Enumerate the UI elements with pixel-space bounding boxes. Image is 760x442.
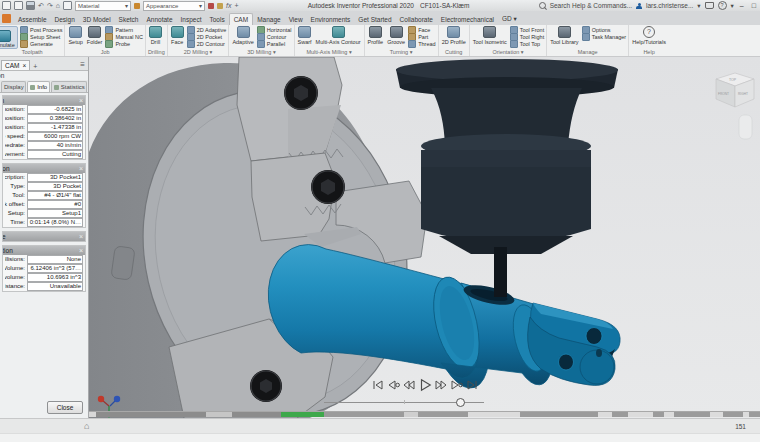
spindle-tool[interactable] — [396, 59, 618, 297]
tab-cam[interactable]: CAM — [229, 13, 253, 25]
redo-icon[interactable]: ↷ — [47, 0, 53, 11]
tab-manage[interactable]: Manage — [253, 14, 285, 25]
fx-parameters-icon[interactable]: fx — [226, 0, 231, 11]
color-icon[interactable] — [208, 3, 214, 9]
section-header-machine[interactable]: Machine× — [3, 232, 85, 241]
add-tab-button[interactable]: + — [32, 63, 38, 70]
section-header-verification[interactable]: Verification× — [3, 246, 85, 255]
help-tutorials-button[interactable]: ?Help/Tutorials — [631, 26, 667, 45]
play-button[interactable] — [418, 378, 432, 392]
skip-to-end-button[interactable] — [466, 379, 478, 391]
setup-sheet-button[interactable]: Setup Sheet — [20, 33, 62, 40]
next-operation-button[interactable] — [450, 379, 463, 391]
open-file-icon[interactable] — [14, 1, 23, 10]
tool-library-button[interactable]: Tool Library — [549, 26, 579, 45]
file-menu-button[interactable] — [2, 14, 11, 23]
pin-icon[interactable]: × — [79, 164, 83, 173]
swarf-button[interactable]: Swarf — [297, 26, 313, 45]
minimize-button[interactable]: – — [738, 2, 746, 9]
group-label-multi-axis[interactable]: Multi-Axis Milling ▾ — [297, 48, 362, 55]
tab-info[interactable]: Info — [27, 81, 50, 92]
undo-icon[interactable]: ↶ — [38, 0, 44, 11]
group-label-turning[interactable]: Turning ▾ — [367, 48, 436, 55]
pin-icon[interactable]: × — [79, 96, 83, 105]
2d-pocket-button[interactable]: 2D Pocket — [187, 33, 227, 40]
group-label-2d-milling[interactable]: 2D Milling ▾ — [170, 48, 227, 55]
probe-button[interactable]: Probe — [105, 40, 143, 47]
section-header-position[interactable]: Position× — [3, 96, 85, 105]
tool-isometric-button[interactable]: Tool Isometric — [472, 26, 508, 45]
appearance-select[interactable]: Appearance▾ — [143, 1, 205, 11]
2d-profile-button[interactable]: 2D Profile — [441, 26, 467, 45]
pin-icon[interactable]: × — [79, 246, 83, 255]
nav-bar[interactable] — [739, 115, 752, 139]
playback-slider[interactable] — [324, 398, 484, 406]
tab-get-started[interactable]: Get Started — [354, 14, 395, 25]
tab-tools[interactable]: Tools — [205, 14, 228, 25]
horizontal-button[interactable]: Horizontal — [257, 26, 292, 33]
close-icon[interactable]: × — [22, 62, 26, 69]
options-button[interactable]: Options — [582, 26, 627, 33]
close-button[interactable]: Close — [47, 401, 83, 414]
playback-slider-handle[interactable] — [456, 398, 465, 407]
groove-button[interactable]: Groove — [386, 26, 406, 45]
profile-button[interactable]: Profile — [367, 26, 385, 45]
app-store-cart-icon[interactable] — [705, 2, 714, 9]
sketch-icon[interactable] — [63, 1, 72, 10]
chevron-down-icon[interactable]: ▾ — [697, 2, 700, 10]
tab-view[interactable]: View — [285, 14, 307, 25]
tab-3d-model[interactable]: 3D Model — [79, 14, 115, 25]
tab-inspect[interactable]: Inspect — [177, 14, 206, 25]
play-reverse-button[interactable] — [403, 379, 415, 391]
chuck[interactable] — [89, 57, 439, 418]
skip-to-start-button[interactable] — [372, 379, 384, 391]
add-icon[interactable]: + — [234, 0, 238, 11]
group-label-orientation[interactable]: Orientation ▾ — [472, 48, 544, 55]
contour-button[interactable]: Contour — [257, 33, 292, 40]
menu-icon[interactable]: ≡ — [80, 60, 87, 70]
tab-assemble[interactable]: Assemble — [14, 14, 51, 25]
tab-sketch[interactable]: Sketch — [115, 14, 143, 25]
tab-annotate[interactable]: Annotate — [142, 14, 176, 25]
2d-adaptive-button[interactable]: 2D Adaptive — [187, 26, 227, 33]
viewport-3d[interactable]: TOP FRONT RIGHT — [89, 57, 760, 418]
post-process-button[interactable]: Post Process — [20, 26, 62, 33]
setup-button[interactable]: Setup — [67, 26, 83, 45]
task-manager-button[interactable]: Task Manager — [582, 33, 627, 40]
tool-front-button[interactable]: Tool Front — [510, 26, 544, 33]
group-label-3d-milling[interactable]: 3D Milling ▾ — [231, 48, 291, 55]
face-button[interactable]: Face — [170, 26, 185, 45]
adaptive-button[interactable]: Adaptive — [231, 26, 254, 45]
signed-in-user[interactable]: lars.christense... — [646, 2, 693, 9]
search-input[interactable]: Search Help & Commands... — [550, 2, 632, 9]
pattern-button[interactable]: Pattern — [105, 26, 143, 33]
tool-top-button[interactable]: Tool Top — [510, 40, 544, 47]
doc-tab-cam[interactable]: CAM× — [1, 60, 30, 70]
measure-icon[interactable] — [217, 3, 223, 9]
tab-display[interactable]: Display — [1, 81, 26, 92]
save-icon[interactable] — [26, 1, 35, 10]
tab-overflow[interactable]: GD ▾ — [498, 13, 521, 25]
manual-nc-button[interactable]: Manual NC — [105, 33, 143, 40]
home-view-icon[interactable]: ⌂ — [84, 420, 89, 432]
turning-thread-button[interactable]: Thread — [408, 40, 435, 47]
tab-electromechanical[interactable]: Electromechanical — [437, 14, 498, 25]
tab-design[interactable]: Design — [51, 14, 79, 25]
section-header-operation[interactable]: Operation× — [3, 164, 85, 173]
new-file-icon[interactable] — [2, 1, 11, 10]
pin-icon[interactable]: × — [79, 232, 83, 241]
turning-part-button[interactable]: Part — [408, 33, 435, 40]
simulate-button[interactable]: Simulate — [0, 26, 18, 49]
sim-timeline[interactable] — [89, 411, 760, 417]
home-icon[interactable]: ⌂ — [56, 0, 60, 11]
turning-face-button[interactable]: Face — [408, 26, 435, 33]
help-icon[interactable]: ? — [718, 1, 727, 10]
multi-axis-contour-button[interactable]: Multi-Axis Contour — [315, 26, 362, 45]
restore-button[interactable]: □ — [750, 2, 758, 9]
drill-button[interactable]: Drill — [148, 26, 163, 45]
folder-button[interactable]: Folder — [86, 26, 104, 45]
material-select[interactable]: Material▾ — [75, 1, 131, 11]
generate-button[interactable]: Generate — [20, 40, 62, 47]
tab-collaborate[interactable]: Collaborate — [396, 14, 437, 25]
parallel-button[interactable]: Parallel — [257, 40, 292, 47]
